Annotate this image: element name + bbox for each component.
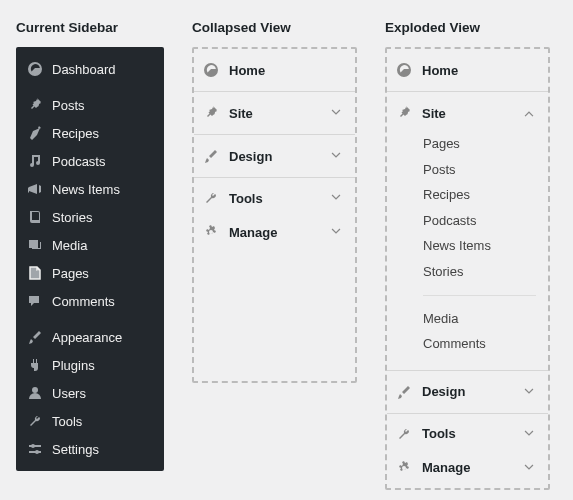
book-icon	[26, 208, 44, 226]
megaphone-icon	[26, 180, 44, 198]
sidebar-item-dashboard[interactable]: Dashboard	[16, 55, 164, 83]
pin-icon	[202, 104, 220, 122]
sidebar-item-label: Settings	[52, 442, 99, 457]
exploded-panel: HomeSitePagesPostsRecipesPodcastsNews It…	[385, 47, 550, 490]
chevron-up-icon	[522, 106, 536, 120]
sidebar-item-news-items[interactable]: News Items	[16, 175, 164, 203]
chevron-down-icon	[522, 461, 536, 475]
page-icon	[26, 264, 44, 282]
sidebar-item-podcasts[interactable]: Podcasts	[16, 147, 164, 175]
plug-icon	[26, 356, 44, 374]
sidebar-item-label: Dashboard	[52, 62, 116, 77]
nav-item-design[interactable]: Design	[194, 138, 355, 174]
nav-subitem-comments[interactable]: Comments	[387, 331, 548, 357]
carrot-icon	[26, 124, 44, 142]
nav-item-label: Home	[422, 63, 536, 78]
nav-subitem-pages[interactable]: Pages	[387, 131, 548, 157]
chevron-down-icon	[522, 385, 536, 399]
collapsed-panel: HomeSiteDesignToolsManage	[192, 47, 357, 383]
nav-item-label: Home	[229, 63, 343, 78]
sidebar-item-label: Tools	[52, 414, 82, 429]
sidebar-item-label: News Items	[52, 182, 120, 197]
chevron-down-icon	[329, 191, 343, 205]
nav-item-label: Design	[422, 384, 513, 399]
sidebar-item-recipes[interactable]: Recipes	[16, 119, 164, 147]
chevron-down-icon	[329, 225, 343, 239]
sidebar-item-plugins[interactable]: Plugins	[16, 351, 164, 379]
sidebar-item-label: Media	[52, 238, 87, 253]
nav-item-label: Site	[229, 106, 320, 121]
gear-icon	[202, 223, 220, 241]
comments-icon	[26, 292, 44, 310]
nav-subitem-news-items[interactable]: News Items	[387, 233, 548, 259]
user-icon	[26, 384, 44, 402]
sidebar-item-users[interactable]: Users	[16, 379, 164, 407]
sidebar-item-label: Plugins	[52, 358, 95, 373]
nav-subitem-recipes[interactable]: Recipes	[387, 182, 548, 208]
col-exploded-view: Exploded View HomeSitePagesPostsRecipesP…	[385, 20, 550, 490]
sidebar-item-label: Podcasts	[52, 154, 105, 169]
pin-icon	[395, 104, 413, 122]
nav-item-home[interactable]: Home	[194, 52, 355, 88]
sliders-icon	[26, 440, 44, 458]
sidebar-item-label: Pages	[52, 266, 89, 281]
nav-subitem-podcasts[interactable]: Podcasts	[387, 208, 548, 234]
nav-item-label: Design	[229, 149, 320, 164]
wrench-icon	[26, 412, 44, 430]
sidebar-item-label: Comments	[52, 294, 115, 309]
sidebar-item-media[interactable]: Media	[16, 231, 164, 259]
nav-item-tools[interactable]: Tools	[387, 417, 548, 451]
music-icon	[26, 152, 44, 170]
sidebar-item-label: Recipes	[52, 126, 99, 141]
nav-item-label: Manage	[422, 460, 513, 475]
nav-item-label: Site	[422, 106, 513, 121]
dashboard-icon	[26, 60, 44, 78]
nav-item-label: Tools	[229, 191, 320, 206]
sidebar-item-pages[interactable]: Pages	[16, 259, 164, 287]
nav-subitem-media[interactable]: Media	[387, 306, 548, 332]
sidebar-item-appearance[interactable]: Appearance	[16, 323, 164, 351]
brush-icon	[26, 328, 44, 346]
gear-icon	[395, 459, 413, 477]
sidebar-item-label: Users	[52, 386, 86, 401]
sidebar-item-label: Stories	[52, 210, 92, 225]
sidebar-item-tools[interactable]: Tools	[16, 407, 164, 435]
dashboard-icon	[202, 61, 220, 79]
chevron-down-icon	[329, 106, 343, 120]
nav-item-tools[interactable]: Tools	[194, 181, 355, 215]
nav-item-site[interactable]: Site	[387, 95, 548, 131]
brush-icon	[395, 383, 413, 401]
nav-item-label: Tools	[422, 426, 513, 441]
sidebar-item-settings[interactable]: Settings	[16, 435, 164, 463]
current-sidebar: DashboardPostsRecipesPodcastsNews ItemsS…	[16, 47, 164, 471]
sidebar-item-comments[interactable]: Comments	[16, 287, 164, 315]
col-title-current: Current Sidebar	[16, 20, 164, 35]
layout-columns: Current Sidebar DashboardPostsRecipesPod…	[16, 20, 557, 490]
sidebar-item-stories[interactable]: Stories	[16, 203, 164, 231]
wrench-icon	[395, 425, 413, 443]
col-collapsed-view: Collapsed View HomeSiteDesignToolsManage	[192, 20, 357, 383]
nav-item-site[interactable]: Site	[194, 95, 355, 131]
nav-item-manage[interactable]: Manage	[194, 215, 355, 249]
col-title-collapsed: Collapsed View	[192, 20, 357, 35]
dashboard-icon	[395, 61, 413, 79]
nav-item-home[interactable]: Home	[387, 52, 548, 88]
sidebar-item-label: Posts	[52, 98, 85, 113]
nav-subitem-posts[interactable]: Posts	[387, 157, 548, 183]
pin-icon	[26, 96, 44, 114]
col-title-exploded: Exploded View	[385, 20, 550, 35]
nav-item-manage[interactable]: Manage	[387, 451, 548, 485]
chevron-down-icon	[522, 427, 536, 441]
sidebar-item-posts[interactable]: Posts	[16, 91, 164, 119]
nav-item-design[interactable]: Design	[387, 374, 548, 410]
brush-icon	[202, 147, 220, 165]
col-current-sidebar: Current Sidebar DashboardPostsRecipesPod…	[16, 20, 164, 471]
media-icon	[26, 236, 44, 254]
nav-subitem-stories[interactable]: Stories	[387, 259, 548, 285]
wrench-icon	[202, 189, 220, 207]
chevron-down-icon	[329, 149, 343, 163]
sidebar-item-label: Appearance	[52, 330, 122, 345]
sub-divider	[423, 295, 536, 296]
nav-item-label: Manage	[229, 225, 320, 240]
